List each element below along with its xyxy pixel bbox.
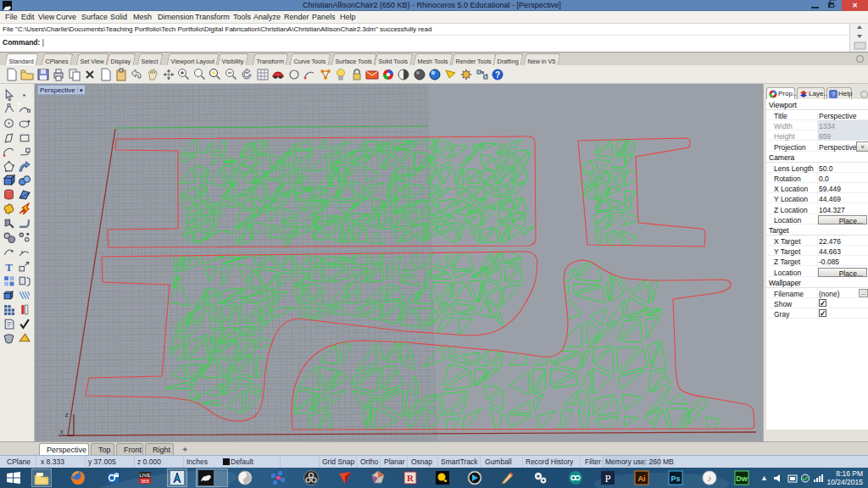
svg-text:Ai: Ai bbox=[638, 474, 646, 483]
svg-text:x: x bbox=[60, 429, 64, 435]
svg-text:z: z bbox=[65, 412, 69, 418]
svg-text:Dw: Dw bbox=[736, 474, 748, 483]
svg-text:Ps: Ps bbox=[670, 474, 680, 483]
svg-text:365: 365 bbox=[141, 479, 150, 484]
svg-text:?: ? bbox=[495, 70, 500, 80]
svg-text:?: ? bbox=[832, 91, 836, 98]
svg-text:R: R bbox=[407, 473, 415, 483]
svg-text:♪: ♪ bbox=[708, 474, 712, 483]
svg-text:P: P bbox=[604, 472, 610, 485]
svg-text:T: T bbox=[5, 262, 13, 273]
svg-text:LIVE: LIVE bbox=[139, 473, 150, 478]
